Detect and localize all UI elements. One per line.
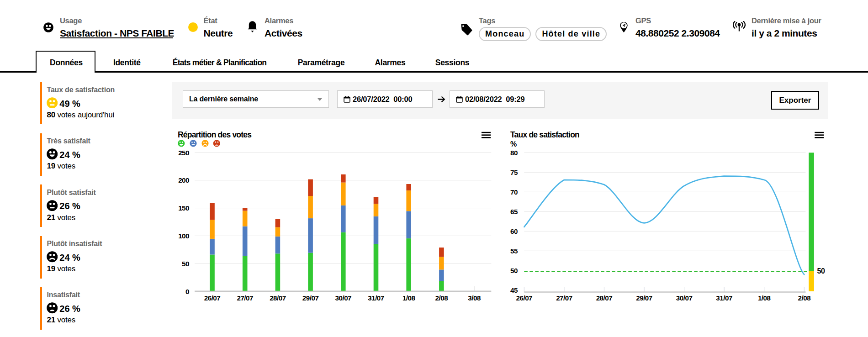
svg-text:28/07: 28/07	[270, 294, 286, 302]
svg-text:55: 55	[510, 247, 518, 255]
svg-text:30/07: 30/07	[676, 294, 693, 302]
svg-text:27/07: 27/07	[237, 294, 253, 302]
svg-text:50: 50	[510, 267, 518, 274]
svg-text:1/08: 1/08	[402, 294, 415, 302]
svg-text:60: 60	[510, 227, 518, 235]
svg-text:%: %	[510, 140, 517, 148]
svg-text:0: 0	[185, 288, 189, 295]
svg-text:150: 150	[178, 204, 189, 212]
svg-text:31/07: 31/07	[368, 294, 384, 302]
svg-text:70: 70	[510, 188, 518, 196]
svg-text:80: 80	[510, 149, 518, 157]
svg-text:Répartition des votes: Répartition des votes	[178, 130, 252, 139]
svg-text:2/08: 2/08	[435, 294, 448, 302]
svg-text:65: 65	[510, 208, 518, 216]
svg-text:50: 50	[817, 267, 825, 275]
svg-text:200: 200	[178, 176, 189, 184]
svg-text:27/07: 27/07	[556, 294, 572, 302]
svg-text:1/08: 1/08	[758, 294, 771, 302]
svg-text:26/07: 26/07	[204, 294, 221, 302]
svg-text:30/07: 30/07	[335, 294, 352, 302]
svg-text:45: 45	[510, 286, 518, 294]
svg-text:250: 250	[178, 149, 189, 157]
svg-text:28/07: 28/07	[596, 294, 613, 302]
svg-text:75: 75	[510, 168, 518, 176]
svg-text:3/08: 3/08	[468, 294, 481, 302]
svg-text:100: 100	[178, 232, 189, 240]
svg-text:29/07: 29/07	[302, 294, 319, 302]
svg-text:29/07: 29/07	[636, 294, 652, 302]
svg-text:Taux de satisfaction: Taux de satisfaction	[510, 130, 579, 139]
svg-text:31/07: 31/07	[716, 294, 732, 302]
svg-text:2/08: 2/08	[798, 294, 811, 302]
svg-text:26/07: 26/07	[516, 294, 533, 302]
svg-text:50: 50	[182, 260, 189, 268]
